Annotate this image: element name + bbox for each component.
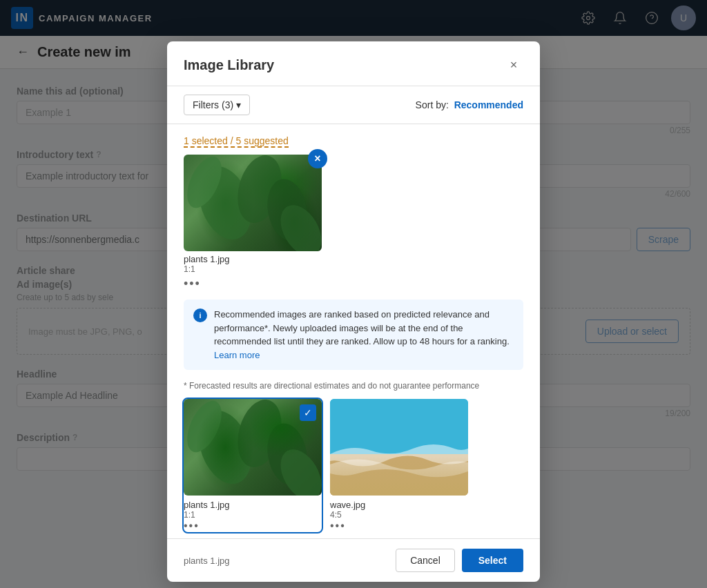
info-text: Recommended images are ranked based on p… bbox=[214, 308, 514, 362]
modal-close-button[interactable]: × bbox=[504, 55, 523, 75]
bottom-preview-label: plants 1.jpg bbox=[184, 556, 230, 566]
image-1-ratio: 1:1 bbox=[184, 510, 322, 520]
image-2-ratio: 4:5 bbox=[330, 510, 468, 520]
modal-filters-bar: Filters (3) ▾ Sort by: Recommended bbox=[167, 86, 540, 124]
image-2-name: wave.jpg bbox=[330, 500, 468, 510]
learn-more-link[interactable]: Learn more bbox=[214, 350, 260, 360]
svg-rect-14 bbox=[330, 454, 468, 496]
image-1-name: plants 1.jpg bbox=[184, 500, 322, 510]
selected-image-thumb bbox=[184, 155, 322, 251]
wave-thumb bbox=[330, 399, 468, 496]
image-grid: ✓ plants 1.jpg 1:1 ••• bbox=[184, 399, 523, 532]
modal-footer: plants 1.jpg Cancel Select bbox=[167, 538, 540, 582]
filter-chevron-icon: ▾ bbox=[236, 99, 241, 110]
svg-point-8 bbox=[189, 403, 260, 491]
selected-checkmark: ✓ bbox=[300, 404, 316, 421]
image-1-more-options[interactable]: ••• bbox=[184, 520, 322, 532]
footnote: * Forecasted results are directional est… bbox=[184, 381, 523, 391]
svg-point-12 bbox=[272, 442, 322, 496]
filters-button[interactable]: Filters (3) ▾ bbox=[184, 95, 250, 115]
sort-label: Sort by: Recommended bbox=[416, 99, 523, 110]
image-2-more-options[interactable]: ••• bbox=[330, 520, 468, 532]
svg-point-9 bbox=[231, 399, 289, 472]
wave-image bbox=[330, 399, 468, 496]
modal-header: Image Library × bbox=[167, 41, 540, 86]
image-card-plants[interactable]: ✓ plants 1.jpg 1:1 ••• bbox=[184, 399, 322, 532]
image-card-wave[interactable]: wave.jpg 4:5 ••• bbox=[330, 399, 468, 532]
preview-image-name: plants 1.jpg bbox=[184, 254, 322, 264]
info-icon: i bbox=[193, 308, 207, 322]
modal-title: Image Library bbox=[184, 57, 274, 73]
cancel-button[interactable]: Cancel bbox=[396, 549, 455, 572]
svg-point-10 bbox=[263, 420, 312, 488]
select-button[interactable]: Select bbox=[462, 549, 523, 572]
svg-point-11 bbox=[184, 399, 229, 458]
selected-count: 1 selected / 5 suggested bbox=[184, 135, 523, 146]
preview-image-ratio: 1:1 bbox=[184, 264, 322, 274]
filter-label: Filters (3) bbox=[193, 99, 233, 110]
info-banner: i Recommended images are ranked based on… bbox=[184, 300, 523, 370]
image-library-modal: Image Library × Filters (3) ▾ Sort by: R… bbox=[167, 41, 540, 582]
sort-value: Recommended bbox=[454, 99, 523, 110]
modal-body: 1 selected / 5 suggested × plants bbox=[167, 124, 540, 538]
preview-more-options[interactable]: ••• bbox=[184, 277, 322, 291]
selected-preview-card: × plants 1.jpg 1:1 ••• bbox=[184, 155, 322, 291]
svg-rect-13 bbox=[330, 399, 468, 454]
footer-actions: Cancel Select bbox=[396, 549, 523, 572]
remove-selected-image-button[interactable]: × bbox=[308, 149, 327, 168]
